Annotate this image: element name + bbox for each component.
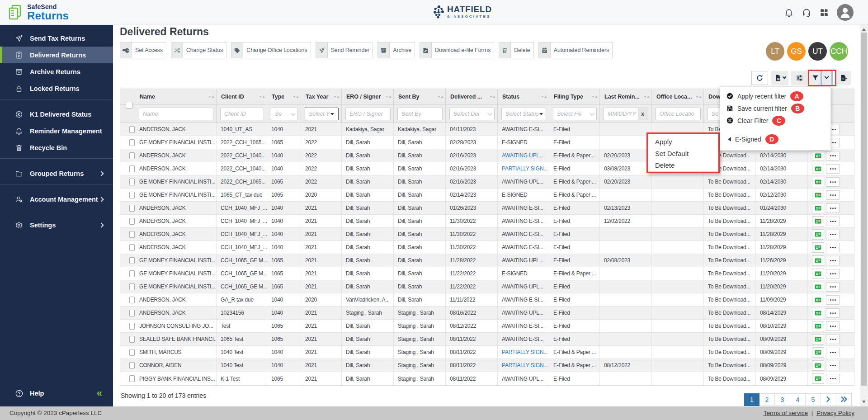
sort-icons[interactable] [438,96,443,98]
sort-icons[interactable] [386,96,392,98]
filter-input-sent-by[interactable]: Sent By [397,108,443,120]
sort-icons[interactable] [208,96,214,98]
column-header-last-remin-[interactable]: Last Remin... [600,89,652,104]
context-menu-item-delete[interactable]: Delete [648,159,718,171]
row-checkbox[interactable] [129,205,135,212]
headset-icon[interactable] [802,8,811,18]
sort-icons[interactable] [644,96,650,98]
row-checkbox[interactable] [129,165,135,172]
menu-item-apply-recent-filter[interactable]: Apply recent filterA [720,90,830,102]
row-more-actions-button[interactable] [826,203,840,213]
filter-input-office-locatio[interactable]: Office Locatio [656,108,701,120]
row-checkbox[interactable] [129,139,135,146]
column-header-client-id[interactable]: Client ID [217,89,267,104]
filter-select[interactable]: Select Fili [553,108,597,120]
privacy-policy-link[interactable]: Privacy Policy [816,410,854,416]
sort-icons[interactable] [490,96,495,98]
bell-icon[interactable] [784,8,794,18]
automated-reminders-button[interactable]: Automated Reminders [538,42,613,58]
row-checkbox[interactable] [129,244,135,251]
row-checkbox[interactable] [129,310,135,316]
row-more-actions-button[interactable] [826,269,840,278]
column-header-tax-year[interactable]: Tax Year [301,89,342,104]
terms-of-service-link[interactable]: Terms of service [764,410,808,416]
user-avatar-button[interactable] [837,4,854,21]
page-button-2[interactable]: 2 [760,393,775,406]
row-more-actions-button[interactable] [826,308,840,318]
recipient-details-button[interactable] [812,295,824,305]
recipient-details-button[interactable] [812,177,824,187]
scroll-down-icon[interactable] [862,401,866,403]
sort-icons[interactable] [696,96,702,98]
context-menu-item-apply[interactable]: Apply [648,136,718,147]
recipient-details-button[interactable] [812,216,824,227]
menu-item-save-current-filter[interactable]: Save current filterB [720,102,830,114]
sort-icons[interactable] [541,96,547,98]
filter-button[interactable] [810,71,822,85]
row-checkbox[interactable] [129,349,135,356]
export-button[interactable] [771,71,788,85]
last-page-button[interactable] [836,393,852,406]
recipient-details-button[interactable] [812,308,824,318]
next-page-button[interactable] [821,393,836,406]
row-more-actions-button[interactable] [826,335,840,344]
recipient-details-button[interactable] [812,347,824,358]
row-more-actions-button[interactable] [826,230,840,239]
page-button-3[interactable]: 3 [775,393,790,406]
filter-input-ero-signer[interactable]: ERO / Signer [345,108,391,120]
column-header-office-loca-[interactable]: Office Loca... [652,89,704,104]
avatar-cch[interactable]: CCH [830,42,848,61]
row-more-actions-button[interactable] [826,282,840,292]
row-more-actions-button[interactable] [826,190,840,200]
row-checkbox[interactable] [129,375,135,382]
row-checkbox[interactable] [129,270,135,277]
filter-select[interactable]: Select Dei [449,108,495,120]
row-checkbox[interactable] [129,323,135,330]
row-checkbox[interactable] [129,283,135,290]
sidebar-item-k1-delivered-status[interactable]: K1 Delivered Status [0,106,113,123]
recipient-details-button[interactable] [812,229,824,240]
recipient-details-button[interactable] [812,360,824,371]
sidebar-item-locked-returns[interactable]: Locked Returns [0,80,113,97]
cell-status[interactable]: PARTIALLY SIGN... [498,346,549,359]
row-checkbox[interactable] [129,231,135,238]
filter-date-input[interactable]: MM/DD/YYYY [604,108,638,120]
recipient-details-button[interactable] [812,373,824,384]
avatar-gs[interactable]: GS [787,42,806,61]
menu-item-clear-filter[interactable]: Clear FilterC [720,114,830,127]
sidebar-item-help[interactable]: Help « [0,380,113,406]
page-button-4[interactable]: 4 [790,393,806,406]
menu-item-e-signed[interactable]: E-SignedD [720,133,830,145]
row-more-actions-button[interactable] [826,374,840,383]
column-header-filing-type[interactable]: Filing Type [549,89,600,104]
recipient-details-button[interactable] [812,203,824,213]
collapse-sidebar-icon[interactable]: « [97,388,102,398]
row-checkbox[interactable] [129,192,135,198]
scrollbar-thumb[interactable] [861,33,867,386]
recipient-details-button[interactable] [812,282,824,292]
sort-icons[interactable] [259,96,265,98]
set-access-button[interactable]: Set Access [120,42,166,58]
row-more-actions-button[interactable] [826,243,840,252]
vertical-scrollbar[interactable] [860,25,868,406]
row-more-actions-button[interactable] [826,217,840,226]
send-reminder-button[interactable]: Send Reminder [316,42,373,58]
sort-icons[interactable] [293,96,299,98]
column-header-name[interactable]: Name [135,89,217,104]
recipient-details-button[interactable] [812,242,824,253]
delete-button[interactable]: Delete [499,42,534,58]
filter-input-name[interactable]: Name [139,108,213,120]
row-checkbox[interactable] [129,179,135,185]
row-more-actions-button[interactable] [826,256,840,265]
archive-button[interactable]: Archive [377,42,415,58]
sidebar-item-settings[interactable]: Settings [0,217,113,233]
recipient-details-button[interactable] [812,269,824,279]
row-checkbox[interactable] [129,218,135,225]
page-button-1[interactable]: 1 [744,393,760,406]
column-header-ero-signer[interactable]: ERO / Signer [342,89,394,104]
sort-icons[interactable] [334,96,340,98]
download-e-file-forms-button[interactable]: Download e-file Forms [420,42,494,58]
row-more-actions-button[interactable] [826,348,840,357]
row-more-actions-button[interactable] [826,321,840,331]
row-checkbox[interactable] [129,362,135,369]
